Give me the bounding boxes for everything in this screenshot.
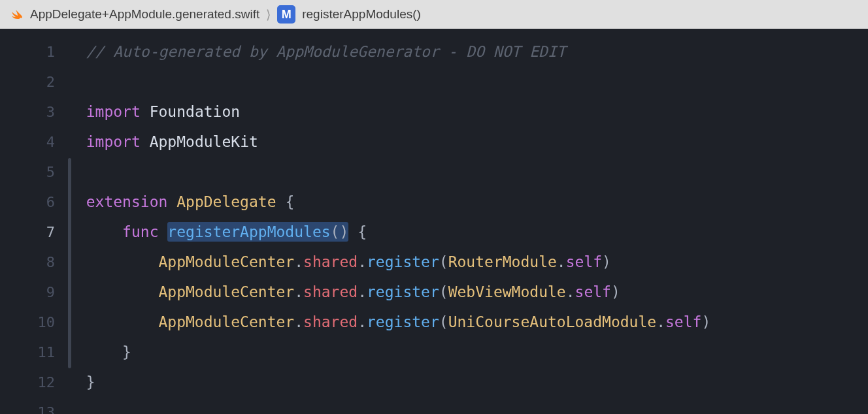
- token-dot: .: [656, 313, 665, 330]
- token-property: shared: [303, 313, 358, 330]
- code-line[interactable]: }: [68, 367, 868, 397]
- token-punctuation: (): [331, 223, 349, 240]
- token-paren: ): [701, 313, 710, 330]
- swift-icon: [8, 7, 24, 22]
- line-number[interactable]: 10: [0, 307, 55, 337]
- code-line[interactable]: import AppModuleKit: [68, 127, 868, 157]
- line-number[interactable]: 8: [0, 247, 55, 277]
- token-keyword: import: [86, 133, 141, 150]
- highlighted-symbol: registerAppModules(): [167, 222, 348, 242]
- token-paren: ): [611, 283, 620, 300]
- line-number[interactable]: 5: [0, 157, 55, 187]
- token-function: register: [367, 313, 439, 330]
- token-paren: ): [602, 253, 611, 270]
- token-property: shared: [303, 283, 358, 300]
- code-line[interactable]: AppModuleCenter.shared.register(WebViewM…: [68, 277, 868, 307]
- token-dot: .: [294, 313, 303, 330]
- token-type: RouterModule: [448, 253, 557, 270]
- code-line[interactable]: import Foundation: [68, 97, 868, 127]
- code-line[interactable]: func registerAppModules() {: [68, 217, 868, 247]
- token-identifier: AppModuleKit: [150, 133, 258, 150]
- token-function: register: [367, 283, 439, 300]
- token-type: AppModuleCenter: [158, 253, 294, 270]
- line-number[interactable]: 13: [0, 397, 55, 414]
- code-editor[interactable]: 1 2 3 4 5 6 7 8 9 10 11 12 13 // Auto-ge…: [0, 29, 868, 414]
- token-dot: .: [358, 283, 367, 300]
- token-dot: .: [358, 313, 367, 330]
- token-brace: {: [358, 223, 367, 240]
- token-type: WebViewModule: [448, 283, 566, 300]
- token-dot: .: [358, 253, 367, 270]
- token-comment: // Auto-generated by AppModuleGenerator …: [86, 43, 566, 60]
- line-number[interactable]: 9: [0, 277, 55, 307]
- code-line[interactable]: AppModuleCenter.shared.register(UniCours…: [68, 307, 868, 337]
- token-type: AppDelegate: [176, 193, 276, 210]
- token-brace: }: [122, 343, 131, 360]
- token-type: AppModuleCenter: [158, 313, 294, 330]
- code-line[interactable]: extension AppDelegate {: [68, 187, 868, 217]
- code-content[interactable]: // Auto-generated by AppModuleGenerator …: [68, 29, 868, 414]
- token-keyword: self: [566, 253, 602, 270]
- token-paren: (: [439, 313, 448, 330]
- breadcrumb-method[interactable]: registerAppModules(): [302, 7, 421, 22]
- token-brace: }: [86, 374, 95, 390]
- code-line[interactable]: }: [68, 337, 868, 367]
- line-number-current[interactable]: 7: [0, 217, 55, 247]
- code-line[interactable]: AppModuleCenter.shared.register(RouterMo…: [68, 247, 868, 277]
- token-keyword: func: [122, 223, 158, 240]
- line-number[interactable]: 2: [0, 67, 55, 97]
- token-property: shared: [303, 253, 358, 270]
- method-icon: M: [277, 5, 295, 24]
- code-line-empty[interactable]: [68, 157, 868, 187]
- token-paren: (: [439, 253, 448, 270]
- token-dot: .: [294, 253, 303, 270]
- token-keyword: extension: [86, 193, 168, 210]
- token-function: register: [367, 253, 439, 270]
- token-keyword: self: [575, 283, 611, 300]
- token-type: UniCourseAutoLoadModule: [448, 313, 657, 330]
- line-number[interactable]: 1: [0, 37, 55, 67]
- token-type: AppModuleCenter: [158, 283, 294, 300]
- breadcrumb-separator: ⟩: [266, 7, 271, 22]
- line-number[interactable]: 3: [0, 97, 55, 127]
- breadcrumb-file[interactable]: AppDelegate+AppModule.generated.swift: [30, 7, 259, 22]
- token-paren: (: [439, 283, 448, 300]
- breadcrumb: AppDelegate+AppModule.generated.swift ⟩ …: [0, 0, 868, 29]
- token-dot: .: [566, 283, 575, 300]
- line-number[interactable]: 12: [0, 367, 55, 397]
- token-dot: .: [294, 283, 303, 300]
- token-keyword: import: [86, 103, 141, 120]
- token-identifier: Foundation: [150, 103, 240, 120]
- line-numbers-gutter: 1 2 3 4 5 6 7 8 9 10 11 12 13: [0, 29, 68, 414]
- line-number[interactable]: 4: [0, 127, 55, 157]
- token-keyword: self: [665, 313, 701, 330]
- code-line-empty[interactable]: [68, 397, 868, 414]
- code-line[interactable]: // Auto-generated by AppModuleGenerator …: [68, 37, 868, 67]
- token-dot: .: [557, 253, 566, 270]
- token-brace: {: [285, 193, 294, 210]
- line-number[interactable]: 11: [0, 337, 55, 367]
- code-line-empty[interactable]: [68, 67, 868, 97]
- line-number[interactable]: 6: [0, 187, 55, 217]
- token-function: registerAppModules: [167, 223, 330, 240]
